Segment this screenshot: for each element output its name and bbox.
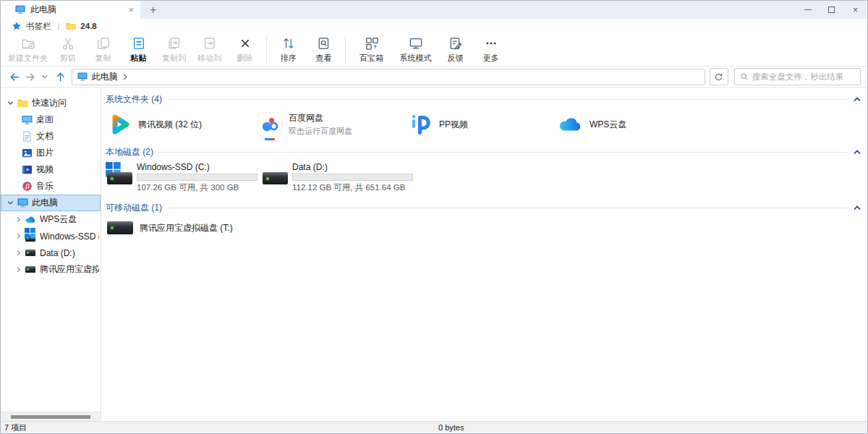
- sidebar-horizontal-scrollbar[interactable]: [1, 412, 101, 421]
- copy-to-button[interactable]: 复制到: [156, 35, 192, 64]
- minimize-button[interactable]: [796, 1, 820, 19]
- titlebar: 此电脑 × + ×: [1, 1, 867, 19]
- bookmark-star-icon[interactable]: [12, 21, 22, 31]
- feedback-button[interactable]: 反馈: [438, 35, 473, 64]
- baidu-netdisk-icon: [258, 112, 282, 137]
- history-dropdown-button[interactable]: [38, 68, 53, 85]
- breadcrumb[interactable]: 此电脑: [92, 71, 118, 83]
- feedback-doc-icon: [448, 35, 464, 51]
- sidebar-item-pictures[interactable]: 图片: [1, 145, 101, 161]
- back-button[interactable]: [7, 68, 22, 85]
- new-tab-button[interactable]: +: [150, 4, 156, 16]
- pictures-icon: [22, 148, 33, 158]
- sidebar-item-music[interactable]: 音乐: [1, 178, 101, 195]
- search-box[interactable]: [734, 68, 861, 85]
- sidebar-item-videos[interactable]: 视频: [1, 161, 101, 178]
- sidebar-item-wps-cloud[interactable]: WPS云盘: [1, 211, 101, 228]
- file-item-subtitle: 双击运行百度网盘: [289, 126, 352, 137]
- forward-button[interactable]: [22, 68, 38, 85]
- chevron-down-icon[interactable]: [7, 100, 14, 106]
- up-button[interactable]: [53, 68, 68, 85]
- drive-icon: [107, 221, 133, 234]
- sort-button[interactable]: 排序: [271, 35, 306, 64]
- bookmark-folder-icon[interactable]: [66, 22, 76, 30]
- selection-size: 0 bytes: [438, 423, 464, 432]
- sidebar-item-desktop[interactable]: 桌面: [1, 111, 101, 128]
- bookmark-divider: |: [56, 22, 62, 30]
- drive-icon: [25, 247, 36, 258]
- bookmark-folder-label[interactable]: 24.8: [80, 22, 96, 30]
- file-item-pp-video[interactable]: PP视频: [408, 112, 558, 137]
- tab-this-pc[interactable]: 此电脑 ×: [1, 1, 140, 19]
- drive-item-d[interactable]: Data (D:) 112.12 GB 可用, 共 651.64 GB: [261, 162, 417, 193]
- sidebar-item-this-pc[interactable]: 此电脑: [1, 195, 101, 211]
- system-mode-button[interactable]: 系统模式: [393, 35, 438, 64]
- refresh-button[interactable]: [710, 68, 728, 85]
- local-disk-items: Windows-SSD (C:) 107.26 GB 可用, 共 300 GB …: [106, 158, 863, 200]
- cut-button[interactable]: 剪切: [50, 35, 85, 64]
- bookmark-bar-label[interactable]: 书签栏: [26, 21, 51, 32]
- this-pc-monitor-icon: [15, 5, 25, 14]
- chevron-right-icon[interactable]: [14, 250, 22, 256]
- navigation-pane: 快速访问 桌面 文档 图片 视频 音乐: [1, 88, 101, 421]
- drive-item-t[interactable]: 腾讯应用宝虚拟磁盘 (T:): [107, 221, 233, 234]
- drive-name: Data (D:): [292, 162, 413, 172]
- collapse-section-button[interactable]: [853, 205, 861, 210]
- close-button[interactable]: ×: [843, 1, 867, 19]
- view-button[interactable]: 查看: [306, 35, 341, 64]
- new-folder-button[interactable]: 新建文件夹: [6, 35, 50, 64]
- toolbox-grid-icon: [364, 35, 380, 51]
- maximize-button[interactable]: [820, 1, 843, 19]
- system-folder-items: 腾讯视频 (32 位) 百度网盘 双击运行百度网盘: [106, 106, 863, 144]
- drive-name: 腾讯应用宝虚拟磁盘 (T:): [140, 222, 233, 234]
- windows-drive-icon: [106, 162, 135, 191]
- section-local-disks: 本地磁盘 (2) Windows-SSD (C:) 107.26 GB 可: [106, 146, 863, 200]
- sidebar-item-quick-access[interactable]: 快速访问: [1, 95, 101, 111]
- file-item-tencent-video[interactable]: 腾讯视频 (32 位): [107, 112, 258, 137]
- minimize-icon: [804, 9, 812, 10]
- drive-item-c[interactable]: Windows-SSD (C:) 107.26 GB 可用, 共 300 GB: [106, 162, 261, 193]
- section-title[interactable]: 系统文件夹 (4): [106, 93, 162, 106]
- scrollbar-thumb[interactable]: [11, 415, 90, 419]
- section-divider: [167, 208, 847, 208]
- chevron-right-icon[interactable]: [122, 74, 128, 80]
- file-item-baidu-netdisk[interactable]: 百度网盘 双击运行百度网盘: [258, 112, 408, 137]
- move-to-button[interactable]: 移动到: [192, 35, 227, 64]
- collapse-section-button[interactable]: [853, 150, 861, 155]
- status-bar: 7 项目 0 bytes: [1, 421, 867, 433]
- file-item-wps-cloud[interactable]: WPS云盘: [558, 112, 709, 137]
- section-title[interactable]: 本地磁盘 (2): [106, 146, 153, 158]
- section-header: 本地磁盘 (2): [106, 146, 863, 158]
- section-header: 系统文件夹 (4): [106, 93, 863, 106]
- copy-to-icon: [166, 35, 182, 51]
- delete-button[interactable]: 删除: [227, 35, 263, 64]
- sidebar-item-drive-t[interactable]: 腾讯应用宝虚拟磁盘 (T:): [1, 261, 101, 278]
- cloud-icon: [25, 214, 36, 225]
- section-title[interactable]: 可移动磁盘 (1): [106, 202, 162, 214]
- wps-cloud-icon: [558, 112, 583, 137]
- running-indicator: [265, 138, 275, 140]
- main-area: 快速访问 桌面 文档 图片 视频 音乐: [1, 88, 867, 421]
- chevron-down-icon[interactable]: [7, 200, 14, 206]
- chevron-right-icon[interactable]: [14, 216, 22, 223]
- search-input[interactable]: [752, 72, 855, 81]
- toolbar-separator: [266, 37, 267, 63]
- section-header: 可移动磁盘 (1): [106, 202, 863, 214]
- more-button[interactable]: 更多: [473, 35, 509, 64]
- paste-button[interactable]: 粘贴: [121, 35, 156, 64]
- toolbox-button[interactable]: 百宝箱: [349, 35, 393, 64]
- chevron-right-icon[interactable]: [14, 266, 22, 273]
- tab-close-icon[interactable]: ×: [129, 6, 134, 14]
- chevron-right-icon[interactable]: [14, 233, 22, 239]
- view-magnifier-icon: [316, 35, 332, 51]
- file-item-label: PP视频: [439, 119, 468, 131]
- file-explorer-window: 此电脑 × + × 书签栏 | 24.8 新建文件夹 剪切: [0, 0, 868, 434]
- sidebar-item-documents[interactable]: 文档: [1, 128, 101, 145]
- copy-button[interactable]: 复制: [85, 35, 121, 64]
- sidebar-item-drive-c[interactable]: Windows-SSD (C:): [1, 228, 101, 244]
- sidebar-item-drive-d[interactable]: Data (D:): [1, 244, 101, 261]
- collapse-section-button[interactable]: [853, 97, 861, 102]
- address-input[interactable]: 此电脑: [72, 69, 705, 85]
- pp-video-icon: [408, 112, 433, 137]
- document-icon: [22, 131, 33, 142]
